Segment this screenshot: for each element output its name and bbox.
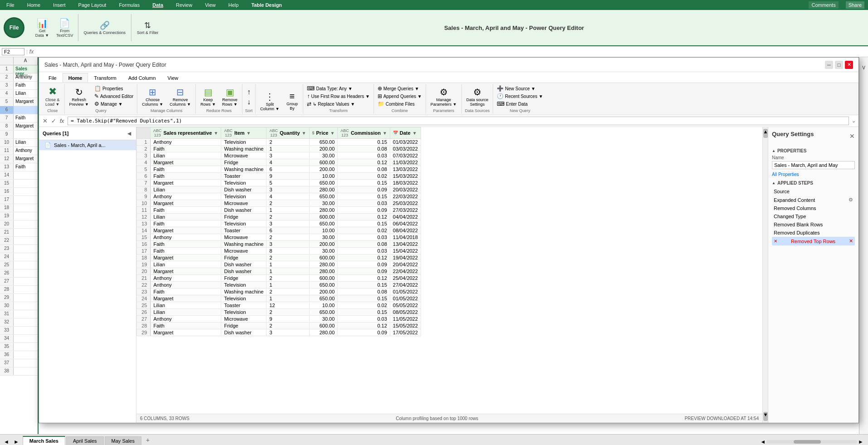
queries-connections-btn[interactable]: 🔗 Queries & Connections [81, 20, 129, 36]
menu-table-design[interactable]: Table Design [248, 1, 285, 9]
share-btn[interactable]: Share [846, 1, 864, 9]
pq-step-removed-top-rows[interactable]: ✕Removed Top Rows✕ [772, 237, 855, 245]
pq-col-filter-item[interactable]: ▼ [247, 131, 251, 136]
manage-btn[interactable]: ⚙ Manage ▼ [92, 100, 135, 108]
manage-parameters-btn[interactable]: ⚙ ManageParameters ▼ [428, 86, 460, 108]
pq-col-item[interactable]: ABC123 Item ▼ [221, 127, 267, 139]
pq-tab-file[interactable]: File [43, 73, 63, 83]
sheet-tab-march[interactable]: March Sales [23, 436, 65, 445]
sheet-nav-right[interactable]: ► [12, 439, 21, 445]
append-queries-btn[interactable]: ⊞ Append Queries ▼ [376, 93, 424, 100]
pq-table-row: 2FaithWashing machine1200.000.0803/03/20… [137, 146, 421, 152]
pq-formula-cancel-btn[interactable]: ✕ [42, 117, 48, 124]
pq-name-field[interactable] [772, 161, 855, 169]
get-data-btn[interactable]: 📊 GetData ▼ [31, 17, 53, 39]
pq-tab-view[interactable]: View [162, 73, 184, 83]
pq-col-sales-rep[interactable]: ABC123 Sales representative ▼ [150, 127, 221, 139]
pq-col-filter-date[interactable]: ▼ [412, 131, 417, 136]
sort-asc-btn[interactable]: ↑ [245, 88, 252, 97]
pq-col-filter-price[interactable]: ▼ [330, 131, 335, 136]
pq-close-btn[interactable]: ✕ [845, 61, 853, 69]
pq-maximize-btn[interactable]: □ [835, 61, 843, 69]
pq-data-grid[interactable]: ABC123 Sales representative ▼ ABC123 [136, 127, 762, 414]
pq-formula-expand-btn[interactable]: ⌄ [852, 118, 856, 124]
scroll-right-btn[interactable]: ► [858, 439, 863, 445]
pq-formula-input[interactable] [68, 117, 849, 125]
pq-col-filter-sales-rep[interactable]: ▼ [214, 131, 218, 136]
combine-files-btn[interactable]: 📁 Combine Files [376, 100, 424, 108]
refresh-preview-btn[interactable]: ↻ RefreshPreview ▼ [67, 86, 92, 108]
remove-columns-btn[interactable]: ⊟ RemoveColumns ▼ [167, 86, 194, 108]
combine-group-label: Combine [376, 108, 424, 113]
pq-col-commission[interactable]: ABC123 Commission ▼ [338, 127, 390, 139]
pq-step-removed-blank-rows[interactable]: Removed Blank Rows [772, 220, 855, 229]
pq-query-item-sales[interactable]: 📄 Sales - March, April a... [39, 140, 136, 150]
pq-col-date[interactable]: 📅 Date ▼ [390, 127, 421, 139]
pq-cell-quantity: 2 [267, 139, 309, 146]
pq-step-changed-type[interactable]: Changed Type [772, 212, 855, 220]
menu-home[interactable]: Home [24, 1, 43, 9]
pq-step-delete-removed-top-rows[interactable]: ✕ [849, 238, 853, 244]
sheet-tab-may[interactable]: May Sales [105, 436, 141, 445]
pq-step-gear-expanded-content[interactable]: ⚙ [849, 197, 853, 203]
file-button[interactable]: File [4, 17, 24, 38]
remove-rows-btn[interactable]: ▣ RemoveRows ▼ [219, 86, 240, 108]
sort-filter-btn[interactable]: ⇅ Sort & Filter [134, 20, 161, 36]
keep-rows-btn[interactable]: ▤ KeepRows ▼ [198, 86, 218, 108]
advanced-editor-btn[interactable]: ✎ Advanced Editor [92, 93, 135, 100]
pq-tab-transform[interactable]: Transform [88, 73, 122, 83]
menu-help[interactable]: Help [226, 1, 242, 9]
sheet-nav-left[interactable]: ◄ [2, 439, 11, 445]
pq-tab-add-column[interactable]: Add Column [122, 73, 162, 83]
properties-btn[interactable]: 📋 Properties [92, 85, 135, 92]
pq-col-filter-commission[interactable]: ▼ [383, 131, 387, 136]
pq-col-price[interactable]: $ Price ▼ [309, 127, 338, 139]
pq-step-removed-columns[interactable]: Removed Columns [772, 204, 855, 212]
menu-file[interactable]: File [4, 1, 17, 9]
close-load-btn[interactable]: ✖ Close &Load ▼ [43, 85, 63, 108]
pq-minimize-btn[interactable]: ─ [825, 61, 833, 69]
sheet-add-btn[interactable]: + [142, 435, 153, 445]
from-text-btn[interactable]: 📄 FromText/CSV [54, 17, 75, 39]
group-by-btn[interactable]: ≡ GroupBy [283, 90, 301, 112]
menu-view[interactable]: View [202, 1, 218, 9]
merge-queries-btn[interactable]: ⊕ Merge Queries ▼ [376, 85, 424, 92]
pq-all-properties-link[interactable]: All Properties [772, 172, 855, 177]
data-source-settings-btn[interactable]: ⚙ Data sourceSettings [464, 86, 491, 108]
menu-insert[interactable]: Insert [50, 1, 68, 9]
pq-scrollbar[interactable]: ▲ ▼ [762, 127, 768, 423]
pq-col-quantity[interactable]: ABC123 Quantity ▼ [267, 127, 309, 139]
data-type-btn[interactable]: ⌨ Data Type: Any ▼ [305, 85, 371, 92]
horizontal-scrollbar[interactable] [766, 440, 857, 444]
menu-formulas[interactable]: Formulas [116, 1, 142, 9]
pq-step-removed-duplicates[interactable]: Removed Duplicates [772, 229, 855, 237]
menu-page-layout[interactable]: Page Layout [76, 1, 109, 9]
comments-btn[interactable]: Comments [809, 1, 838, 9]
excel-row-15: 15 [0, 180, 38, 188]
menu-review[interactable]: Review [173, 1, 195, 9]
pq-tab-home[interactable]: Home [63, 73, 88, 83]
pq-scroll-thumb-up[interactable]: ▲ [763, 129, 768, 138]
pq-col-filter-quantity[interactable]: ▼ [302, 131, 306, 136]
pq-settings-close-btn[interactable]: ✕ [849, 132, 855, 140]
use-first-row-btn[interactable]: ↑ Use First Row as Headers ▼ [305, 93, 371, 100]
choose-columns-btn[interactable]: ⊞ ChooseColumns ▼ [139, 86, 166, 108]
file-icon: File [10, 24, 19, 31]
name-box[interactable] [2, 48, 24, 55]
replace-values-btn[interactable]: ⇄ ↳ Replace Values ▼ [305, 100, 371, 108]
split-column-btn[interactable]: ⋮ SplitColumn ▼ [257, 90, 282, 112]
sheet-tab-april[interactable]: April Sales [66, 436, 104, 445]
pq-formula-confirm-btn[interactable]: ✓ [50, 117, 57, 124]
sort-desc-btn[interactable]: ↓ [245, 98, 252, 107]
pq-query-label: Sales - March, April a... [54, 142, 106, 148]
formula-input[interactable] [35, 49, 866, 55]
scroll-left-btn[interactable]: ◄ [760, 439, 766, 445]
menu-data[interactable]: Data [150, 1, 166, 9]
pq-step-source[interactable]: Source [772, 187, 855, 196]
enter-data-btn[interactable]: ⌨ Enter Data [495, 100, 545, 108]
pq-step-expanded-content[interactable]: Expanded Content⚙ [772, 196, 855, 204]
pq-scroll-thumb-down[interactable]: ▼ [763, 412, 768, 421]
pq-queries-collapse-btn[interactable]: ◄ [126, 130, 132, 137]
recent-sources-btn[interactable]: 🕐 Recent Sources ▼ [495, 93, 545, 100]
new-source-btn[interactable]: ➕ New Source ▼ [495, 85, 545, 92]
